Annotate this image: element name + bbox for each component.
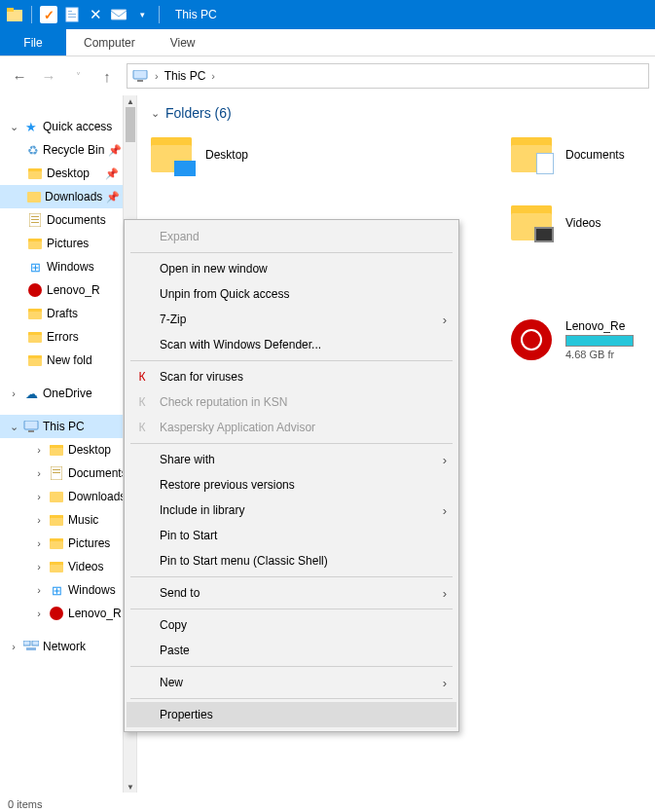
tree-label: Documents [47,213,106,227]
up-button[interactable]: ↑ [93,62,121,90]
drive-icon [27,282,43,298]
tree-onedrive[interactable]: › ☁ OneDrive [0,382,136,405]
tree-drafts[interactable]: Drafts [0,302,136,325]
tree-pc-windows[interactable]: ›⊞Windows [0,578,136,602]
ctx-pin-start[interactable]: Pin to Start [127,523,456,548]
ctx-include-library[interactable]: Include in library› [127,498,456,523]
tree-downloads[interactable]: Downloads 📌 [0,185,136,208]
folder-videos[interactable]: Videos [511,199,647,247]
expand-icon[interactable]: › [8,641,19,652]
ctx-share-with[interactable]: Share with› [127,447,456,472]
chevron-right-icon[interactable]: › [155,70,159,82]
collapse-icon[interactable]: ⌄ [8,121,19,133]
ctx-kaspersky-advisor[interactable]: КKaspersky Application Advisor [127,415,456,440]
tree-documents[interactable]: Documents [0,208,136,232]
ctx-properties[interactable]: Properties [127,702,456,727]
expand-icon[interactable]: › [33,584,45,596]
expand-icon[interactable]: › [33,561,45,572]
ctx-pin-classic-shell[interactable]: Pin to Start menu (Classic Shell) [127,548,456,573]
dropdown-icon[interactable]: ▾ [133,6,151,23]
tab-view[interactable]: View [153,29,213,55]
mail-icon[interactable] [110,6,127,23]
tree-desktop[interactable]: Desktop 📌 [0,162,136,185]
tree-pictures[interactable]: Pictures [0,232,136,255]
tree-pc-pictures[interactable]: ›Pictures [0,532,136,555]
tree-errors[interactable]: Errors [0,325,136,349]
tree-label: OneDrive [43,387,92,400]
tree-label: Recycle Bin [43,143,104,157]
ctx-new[interactable]: New› [127,670,456,695]
tree-pc-videos[interactable]: ›Videos [0,555,136,578]
recycle-icon: ♻ [27,142,39,158]
ctx-windows-defender[interactable]: Scan with Windows Defender... [127,332,456,357]
close-icon[interactable]: ✕ [87,6,104,23]
expand-icon[interactable]: › [33,467,45,479]
expand-icon[interactable]: › [33,444,45,456]
ctx-label: Expand [160,230,200,243]
breadcrumb-text[interactable]: This PC [164,69,206,83]
file-tab[interactable]: File [0,29,66,55]
scroll-thumb[interactable] [126,107,135,142]
expand-icon[interactable]: › [33,537,45,549]
tree-this-pc[interactable]: ⌄ This PC [0,415,136,438]
checkbox-icon[interactable]: ✓ [40,6,57,23]
ctx-open-new-window[interactable]: Open in new window [127,256,456,281]
tree-network[interactable]: › Network [0,635,136,658]
ctx-send-to[interactable]: Send to› [127,580,456,606]
chevron-right-icon: › [443,313,447,327]
drive-lenovo[interactable]: Lenovo_Re 4.68 GB fr [511,315,647,364]
ctx-expand[interactable]: Expand [127,224,456,249]
folder-documents[interactable]: Documents [511,130,647,179]
separator [130,576,453,577]
folder-desktop[interactable]: Desktop [151,130,404,179]
paste-icon[interactable] [63,6,81,23]
back-button[interactable]: ← [6,62,33,90]
expand-icon[interactable]: › [33,491,45,502]
ctx-paste[interactable]: Paste [127,638,456,663]
chevron-right-icon[interactable]: › [211,70,215,82]
breadcrumb[interactable]: › This PC › [127,63,649,89]
tree-pc-desktop[interactable]: ›Desktop [0,438,136,461]
recent-dropdown[interactable]: ˅ [64,62,91,90]
tree-pc-music[interactable]: ›Music [0,508,136,532]
ctx-check-ksn[interactable]: КCheck reputation in KSN [127,389,456,415]
tree-new-folder[interactable]: New fold [0,349,136,372]
scroll-down-icon[interactable]: ▼ [124,781,137,793]
expand-icon[interactable]: › [33,514,45,526]
folder-icon [27,166,43,181]
tree-windows[interactable]: ⊞ Windows [0,255,136,278]
pc-icon [23,419,39,434]
expand-icon[interactable]: › [8,388,19,399]
forward-button[interactable]: → [35,62,62,90]
tree-recycle-bin[interactable]: ♻ Recycle Bin 📌 [0,138,136,162]
tree-label: Lenovo_R [47,283,100,297]
tree-quick-access[interactable]: ⌄ ★ Quick access [0,115,136,138]
ctx-label: Check reputation in KSN [160,395,287,409]
collapse-icon[interactable]: ⌄ [151,107,160,120]
ctx-scan-viruses[interactable]: КScan for viruses [127,364,456,389]
scroll-up-icon[interactable]: ▲ [124,95,137,107]
svg-rect-19 [32,641,39,646]
item-label: Lenovo_Re [565,319,634,333]
tab-computer[interactable]: Computer [66,29,153,55]
svg-rect-10 [31,216,39,217]
collapse-icon[interactable]: ⌄ [8,421,19,433]
quick-access-toolbar: ✓ ✕ ▾ [0,6,167,23]
tree-label: Windows [47,260,94,274]
windows-icon: ⊞ [49,582,64,598]
expand-icon[interactable]: › [33,608,45,619]
ctx-label: 7-Zip [160,313,186,326]
ctx-unpin-quick-access[interactable]: Unpin from Quick access [127,281,456,307]
chevron-right-icon: › [443,453,447,467]
kaspersky-icon: К [134,369,150,385]
tree-pc-lenovo-r[interactable]: ›Lenovo_R [0,602,136,625]
tree-pc-downloads[interactable]: ›Downloads [0,485,136,508]
tree-pc-documents[interactable]: ›Documents [0,461,136,485]
tree-lenovo-r[interactable]: Lenovo_R [0,278,136,302]
ctx-7zip[interactable]: 7-Zip› [127,307,456,332]
ctx-copy[interactable]: Copy [127,612,456,638]
section-title: Folders (6) [165,105,232,121]
separator [130,360,453,361]
ctx-restore-versions[interactable]: Restore previous versions [127,472,456,498]
section-folders[interactable]: ⌄ Folders (6) [151,105,647,121]
